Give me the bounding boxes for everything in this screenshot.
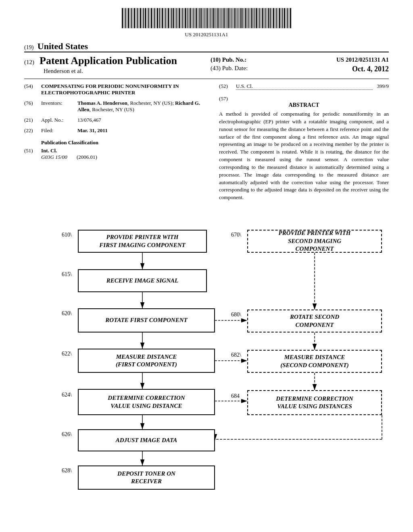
flow-label-615: RECEIVE IMAGE SIGNAL xyxy=(106,277,178,285)
int-cl-row: (51) Int. Cl. G03G 15/00 (2006.01) xyxy=(24,148,211,160)
svg-rect-106 xyxy=(286,8,286,28)
abstract-num: (57) xyxy=(219,96,228,102)
svg-rect-25 xyxy=(161,8,161,28)
svg-rect-24 xyxy=(159,8,160,28)
svg-rect-73 xyxy=(234,8,236,28)
svg-rect-107 xyxy=(287,8,288,28)
pub-class-label: Publication Classification xyxy=(24,139,211,146)
svg-rect-90 xyxy=(261,8,261,28)
patent-type: Patent Application Publication xyxy=(40,55,177,66)
header-divider xyxy=(24,79,389,79)
svg-rect-82 xyxy=(248,8,249,28)
pub-info-block: (10) Pub. No.: US 2012/0251131 A1 (43) P… xyxy=(202,54,389,73)
svg-rect-53 xyxy=(204,8,204,28)
svg-rect-70 xyxy=(230,8,231,28)
flow-num-615: 615\ xyxy=(62,271,72,278)
svg-rect-109 xyxy=(290,8,291,28)
svg-rect-86 xyxy=(254,8,255,28)
flow-num-624: 624\ xyxy=(62,392,72,398)
svg-rect-68 xyxy=(227,8,227,28)
flow-label-620: ROTATE FIRST COMPONENT xyxy=(105,316,187,324)
svg-rect-6 xyxy=(131,8,132,28)
svg-rect-39 xyxy=(182,8,183,28)
int-cl-block: Int. Cl. G03G 15/00 (2006.01) xyxy=(41,148,97,160)
svg-rect-54 xyxy=(205,8,206,28)
svg-rect-19 xyxy=(151,8,152,28)
svg-rect-35 xyxy=(176,8,177,28)
int-cl-num: (51) xyxy=(24,148,41,154)
country-label: (19) United States xyxy=(24,44,88,50)
svg-rect-92 xyxy=(264,8,265,28)
flow-box-684: DETERMINE CORRECTION VALUE USING DISTANC… xyxy=(247,390,382,415)
svg-rect-55 xyxy=(206,8,208,28)
svg-rect-48 xyxy=(196,8,197,28)
svg-rect-66 xyxy=(223,8,225,28)
title-row: (54) COMPENSATING FOR PERIODIC NONUNIFOR… xyxy=(24,83,211,96)
svg-rect-60 xyxy=(215,8,215,28)
svg-rect-100 xyxy=(276,8,277,28)
filed-num: (22) xyxy=(24,127,41,134)
svg-rect-59 xyxy=(213,8,214,28)
svg-rect-33 xyxy=(173,8,174,28)
svg-rect-26 xyxy=(162,8,163,28)
svg-rect-30 xyxy=(168,8,169,28)
svg-rect-81 xyxy=(247,8,248,28)
flow-num-682: 682\ xyxy=(231,352,241,358)
patent-header: (12) Patent Application Publication Hend… xyxy=(24,52,389,75)
svg-rect-32 xyxy=(171,8,172,28)
svg-rect-15 xyxy=(145,8,146,28)
svg-rect-44 xyxy=(190,8,191,28)
pub-no-value: US 2012/0251131 A1 xyxy=(336,56,389,63)
svg-rect-99 xyxy=(275,8,275,28)
svg-rect-67 xyxy=(225,8,226,28)
svg-rect-91 xyxy=(262,8,263,28)
flow-label-622: MEASURE DISTANCE (FIRST COMPONENT) xyxy=(116,353,177,369)
svg-rect-8 xyxy=(134,8,135,28)
flow-box-615: RECEIVE IMAGE SIGNAL xyxy=(78,269,207,292)
svg-rect-83 xyxy=(250,8,250,28)
flow-box-610: PROVIDE PRINTER WITH FIRST IMAGING COMPO… xyxy=(78,230,207,253)
svg-rect-108 xyxy=(289,8,289,28)
svg-rect-80 xyxy=(245,8,246,28)
flow-box-628: DEPOSIT TONER ON RECEIVER xyxy=(78,466,215,490)
pub-no-line: (10) Pub. No.: US 2012/0251131 A1 xyxy=(211,56,389,63)
svg-rect-18 xyxy=(150,8,150,28)
flow-num-680: 680\ xyxy=(231,312,241,318)
flow-box-620: ROTATE FIRST COMPONENT xyxy=(78,308,215,332)
svg-rect-52 xyxy=(202,8,203,28)
svg-rect-22 xyxy=(156,8,156,28)
svg-rect-105 xyxy=(284,8,285,28)
flowchart-area: PROVIDE PRINTER WITH FIRST IMAGING COMPO… xyxy=(24,210,389,516)
us-cl-label: U.S. Cl. xyxy=(236,83,373,90)
svg-rect-17 xyxy=(148,8,149,28)
inventors-label: Inventors: xyxy=(41,100,77,106)
svg-rect-65 xyxy=(222,8,223,28)
biblio-left: (54) COMPENSATING FOR PERIODIC NONUNIFOR… xyxy=(24,83,211,202)
svg-rect-7 xyxy=(133,8,133,28)
svg-rect-1 xyxy=(124,8,124,28)
biblio-section: (54) COMPENSATING FOR PERIODIC NONUNIFOR… xyxy=(24,83,389,202)
svg-rect-69 xyxy=(228,8,229,28)
svg-rect-94 xyxy=(267,8,267,28)
svg-rect-93 xyxy=(265,8,266,28)
svg-rect-104 xyxy=(282,8,283,28)
flow-num-626: 626\ xyxy=(62,431,72,438)
svg-rect-84 xyxy=(251,8,252,28)
abstract-text: A method is provided of compensating for… xyxy=(219,110,389,202)
svg-rect-49 xyxy=(198,8,198,28)
inventors-num: (76) xyxy=(24,100,41,106)
svg-rect-95 xyxy=(268,8,269,28)
svg-rect-50 xyxy=(199,8,200,28)
filed-row: (22) Filed: Mar. 31, 2011 xyxy=(24,127,211,134)
svg-rect-4 xyxy=(128,8,129,28)
svg-rect-37 xyxy=(179,8,180,28)
flow-num-684: 684 xyxy=(231,393,240,399)
svg-rect-28 xyxy=(165,8,166,28)
int-cl-date: (2006.01) xyxy=(77,154,97,160)
svg-rect-14 xyxy=(143,8,144,28)
svg-rect-41 xyxy=(185,8,186,28)
svg-rect-29 xyxy=(167,8,167,28)
svg-rect-64 xyxy=(221,8,221,28)
svg-rect-88 xyxy=(258,8,259,28)
patent-type-block: (12) Patent Application Publication Hend… xyxy=(24,54,202,75)
